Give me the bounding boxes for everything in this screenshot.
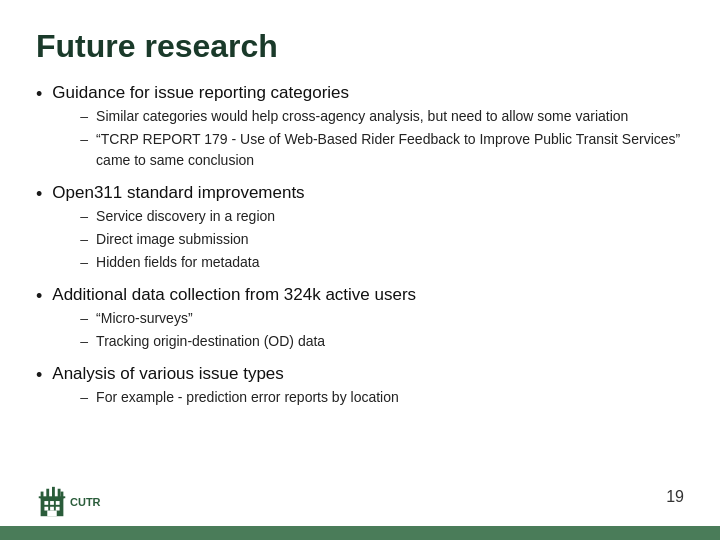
- list-item: – Hidden fields for metadata: [80, 252, 304, 273]
- footer-area: CUTR 19: [0, 478, 720, 526]
- sub-dash: –: [80, 252, 88, 273]
- list-item: – “Micro-surveys”: [80, 308, 416, 329]
- bullet-list: • Guidance for issue reporting categorie…: [36, 83, 684, 412]
- list-item: – “TCRP REPORT 179 - Use of Web-Based Ri…: [80, 129, 684, 171]
- sub-dash: –: [80, 106, 88, 127]
- sub-dash: –: [80, 206, 88, 227]
- list-item: • Analysis of various issue types – For …: [36, 364, 684, 412]
- svg-rect-3: [56, 501, 60, 505]
- sub-list: – Similar categories would help cross-ag…: [80, 106, 684, 171]
- list-item: • Guidance for issue reporting categorie…: [36, 83, 684, 175]
- bullet-text: Open311 standard improvements: [52, 183, 304, 202]
- bullet-text: Analysis of various issue types: [52, 364, 284, 383]
- list-item: – For example - prediction error reports…: [80, 387, 398, 408]
- bottom-bar: [0, 526, 720, 540]
- svg-rect-13: [39, 496, 66, 498]
- sub-text: Hidden fields for metadata: [96, 252, 259, 273]
- list-item: • Open311 standard improvements – Servic…: [36, 183, 684, 277]
- sub-dash: –: [80, 387, 88, 408]
- sub-text: Tracking origin-destination (OD) data: [96, 331, 325, 352]
- sub-dash: –: [80, 308, 88, 329]
- content-area: Future research • Guidance for issue rep…: [0, 0, 720, 540]
- sub-dash: –: [80, 129, 88, 150]
- sub-text: For example - prediction error reports b…: [96, 387, 399, 408]
- sub-dash: –: [80, 331, 88, 352]
- sub-text: Similar categories would help cross-agen…: [96, 106, 628, 127]
- svg-rect-7: [47, 511, 56, 517]
- sub-list: – For example - prediction error reports…: [80, 387, 398, 408]
- sub-text: “Micro-surveys”: [96, 308, 192, 329]
- list-item: – Similar categories would help cross-ag…: [80, 106, 684, 127]
- svg-rect-5: [50, 507, 54, 511]
- sub-list: – Service discovery in a region – Direct…: [80, 206, 304, 273]
- page-number: 19: [666, 488, 684, 506]
- svg-rect-6: [56, 507, 60, 511]
- list-item: – Service discovery in a region: [80, 206, 304, 227]
- bullet-dot: •: [36, 184, 42, 205]
- svg-rect-1: [44, 501, 48, 505]
- logo-area: CUTR: [36, 484, 101, 520]
- bullet-dot: •: [36, 365, 42, 386]
- sub-text: Direct image submission: [96, 229, 249, 250]
- svg-rect-2: [50, 501, 54, 505]
- cutr-logo-icon: [36, 484, 68, 520]
- bullet-text: Additional data collection from 324k act…: [52, 285, 416, 304]
- list-item: – Tracking origin-destination (OD) data: [80, 331, 416, 352]
- slide-title: Future research: [36, 28, 684, 65]
- sub-list: – “Micro-surveys” – Tracking origin-dest…: [80, 308, 416, 352]
- list-item: • Additional data collection from 324k a…: [36, 285, 684, 356]
- bullet-dot: •: [36, 84, 42, 105]
- list-item: – Direct image submission: [80, 229, 304, 250]
- sub-text: “TCRP REPORT 179 - Use of Web-Based Ride…: [96, 129, 684, 171]
- logo-text: CUTR: [70, 496, 101, 508]
- sub-dash: –: [80, 229, 88, 250]
- svg-rect-4: [44, 507, 48, 511]
- bullet-dot: •: [36, 286, 42, 307]
- slide: Future research • Guidance for issue rep…: [0, 0, 720, 540]
- bullet-text: Guidance for issue reporting categories: [52, 83, 349, 102]
- sub-text: Service discovery in a region: [96, 206, 275, 227]
